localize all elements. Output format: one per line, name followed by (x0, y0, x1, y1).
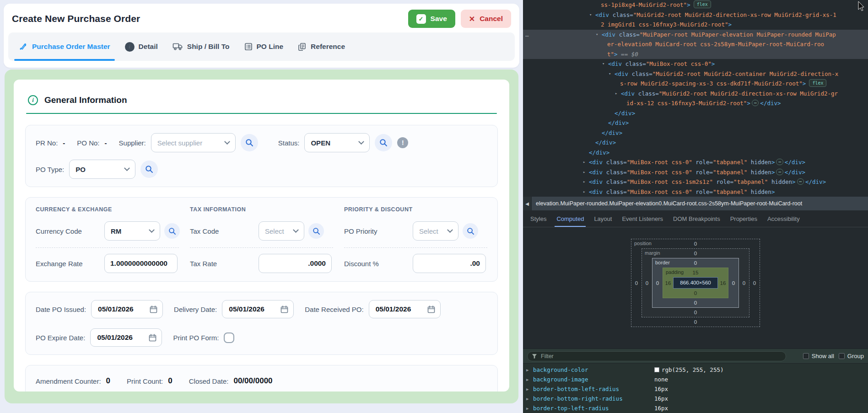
expand-arrow-icon[interactable]: ▶ (526, 377, 533, 382)
css-property-row[interactable]: ▶ border-bottom-right-radius 16px (523, 394, 868, 403)
currency-code-value: RM (111, 227, 121, 235)
expand-arrow-icon[interactable]: ▸ (583, 187, 585, 197)
po-priority-select[interactable]: Select (413, 221, 458, 241)
po-type-search-button[interactable] (140, 161, 158, 178)
box-model-padding[interactable]: padding15 16 866.400×560 16 0 (663, 268, 728, 298)
expand-arrow-icon[interactable]: ▶ (526, 368, 533, 372)
cancel-button[interactable]: ✕ Cancel (461, 10, 511, 28)
code-line[interactable]: </div> (523, 148, 868, 158)
collapse-arrow-icon[interactable]: ▾ (589, 10, 592, 20)
tab-ship-bill-to[interactable]: Ship / Bill To (167, 32, 236, 61)
breadcrumb-scroll-left-icon[interactable]: ◀ (523, 197, 532, 210)
collapse-arrow-icon[interactable]: ▾ (609, 69, 611, 79)
filter-input[interactable]: Filter (527, 351, 786, 361)
inline-ellipsis-icon[interactable]: ⋯ (752, 100, 759, 106)
code-line[interactable]: er-elevation0 MuiCard-root css-2s58ym-Mu… (523, 39, 868, 49)
box-model-margin[interactable]: margin0 0 border0 0 padding15 (642, 248, 749, 317)
code-line[interactable]: ▸<div class="MuiBox-root css-0" role="ta… (523, 167, 868, 177)
code-line[interactable]: ▾<div class="MuiGrid2-root MuiGrid2-cont… (523, 69, 868, 79)
supplier-select[interactable]: Select supplier (151, 133, 236, 152)
code-line[interactable]: </div> (523, 138, 868, 148)
code-token: "MuiBox-root css-0" (627, 159, 692, 166)
tab-computed[interactable]: Computed (552, 210, 588, 227)
date-po-issued-input[interactable]: 05/01/2026 (91, 300, 163, 318)
expand-arrow-icon[interactable]: ▶ (526, 387, 533, 392)
supplier-search-button[interactable] (241, 134, 258, 151)
po-expire-input[interactable]: 05/01/2026 (90, 328, 162, 347)
code-line[interactable]: 2 imgGird1 css-16fnxy3-MuiGrid2-root"> (523, 20, 868, 30)
code-line[interactable]: </div> (523, 128, 868, 138)
gutter-ellipsis-icon[interactable]: … (525, 30, 529, 40)
exchange-rate-input[interactable]: 1.0000000000000 (104, 254, 178, 273)
code-line[interactable]: id-xs-12 css-16fnxy3-MuiGrid2-root">⋯</d… (523, 98, 868, 108)
tab-detail[interactable]: i Detail (119, 32, 164, 61)
css-property-row[interactable]: ▶ border-top-left-radius 16px (523, 403, 868, 413)
code-line[interactable]: ▾<div class="MuiGrid2-root MuiGrid2-dire… (523, 10, 868, 20)
tab-layout[interactable]: Layout (589, 210, 616, 227)
tab-purchase-order-master[interactable]: Purchase Order Master (13, 32, 116, 61)
delivery-date-input[interactable]: 05/01/2026 (222, 300, 294, 318)
tax-search-button[interactable] (308, 223, 324, 239)
code-line[interactable]: ▸<div class="MuiBox-root css-1sm2s1z" ro… (523, 177, 868, 187)
tab-styles[interactable]: Styles (526, 210, 551, 227)
code-line[interactable]: ▾<div class="MuiBox-root css-0"> (523, 59, 868, 69)
code-line[interactable]: </div> (523, 118, 868, 128)
save-button[interactable]: ✓ Save (408, 10, 455, 28)
code-line[interactable]: ▸<div class="MuiBox-root css-0" role="ta… (523, 187, 868, 197)
flex-badge[interactable]: flex (809, 79, 826, 87)
tab-reference[interactable]: Reference (292, 32, 351, 61)
inline-ellipsis-icon[interactable]: ⋯ (776, 169, 783, 175)
code-token: "tabpanel" (713, 169, 747, 176)
tax-code-select[interactable]: Select (259, 221, 304, 241)
collapse-arrow-icon[interactable]: ▾ (602, 59, 604, 69)
collapse-arrow-icon[interactable]: ▾ (596, 30, 598, 40)
calendar-icon (149, 305, 158, 314)
breadcrumb[interactable]: elevation.MuiPaper-rounded.MuiPaper-elev… (532, 200, 806, 207)
code-line[interactable]: ▸<div class="MuiBox-root css-0" role="ta… (523, 157, 868, 167)
tab-po-line[interactable]: PO Line (238, 32, 290, 61)
code-line[interactable]: s-row MuiGrid2-spacing-xs-3 css-dkd71f-M… (523, 79, 868, 89)
flex-badge[interactable]: flex (694, 0, 711, 8)
expand-arrow-icon[interactable]: ▶ (526, 397, 533, 401)
discount-input[interactable]: .00 (413, 254, 486, 273)
currency-code-select[interactable]: RM (104, 221, 160, 241)
priority-search-button[interactable] (463, 223, 478, 239)
tab-properties[interactable]: Properties (726, 210, 762, 227)
group-toggle[interactable]: Group (839, 353, 864, 359)
code-line[interactable]: </div> (523, 108, 868, 118)
po-type-select[interactable]: PO (69, 160, 135, 179)
code-line[interactable]: ▸<div class="MuiGrid2-root MuiGrid2-dire… (523, 89, 868, 99)
tab-event-listeners[interactable]: Event Listeners (617, 210, 668, 227)
expand-arrow-icon[interactable]: ▸ (615, 89, 617, 99)
box-model-border[interactable]: border0 0 padding15 16 866.400×560 16 (652, 258, 739, 308)
expand-arrow-icon[interactable]: ▶ (526, 406, 533, 411)
css-property-row[interactable]: ▶ border-bottom-left-radius 16px (523, 384, 868, 394)
expand-arrow-icon[interactable]: ▸ (583, 177, 585, 187)
status-select[interactable]: OPEN (304, 133, 370, 152)
tab-dom-breakpoints[interactable]: DOM Breakpoints (669, 210, 725, 227)
print-po-form-checkbox[interactable] (224, 333, 234, 343)
code-line[interactable]: …▾<div class="MuiPaper-root MuiPaper-ele… (523, 30, 868, 40)
tax-rate-input[interactable]: .0000 (259, 254, 332, 273)
devtools-pane: ss-1pi8xg4-MuiGrid2-root">flex▾<div clas… (523, 0, 868, 413)
css-property-row[interactable]: ▶ background-image none (523, 375, 868, 384)
inline-ellipsis-icon[interactable]: ⋯ (797, 178, 804, 185)
expand-arrow-icon[interactable]: ▸ (583, 157, 585, 167)
inline-ellipsis-icon[interactable]: ⋯ (776, 159, 783, 165)
code-line[interactable]: ss-1pi8xg4-MuiGrid2-root">flex (523, 0, 868, 10)
show-all-toggle[interactable]: Show all (803, 353, 834, 359)
group-checkbox[interactable] (839, 353, 845, 359)
expand-arrow-icon[interactable]: ▸ (583, 167, 585, 177)
color-swatch[interactable] (654, 367, 659, 372)
date-po-issued-label: Date PO Issued: (36, 306, 86, 313)
css-property-row[interactable]: ▶ background-color rgb(255, 255, 255) (523, 365, 868, 375)
date-received-input[interactable]: 05/01/2026 (369, 300, 441, 318)
status-search-button[interactable] (375, 134, 392, 151)
code-line[interactable]: t"> == $0 (523, 49, 868, 59)
box-model-position[interactable]: position0 0 margin0 0 border0 0 (631, 239, 760, 327)
box-model-content[interactable]: 866.400×560 (673, 277, 718, 289)
show-all-checkbox[interactable] (803, 353, 809, 359)
tab-accessibility[interactable]: Accessibility (763, 210, 804, 227)
property-name: background-image (533, 376, 654, 383)
currency-search-button[interactable] (164, 223, 180, 239)
